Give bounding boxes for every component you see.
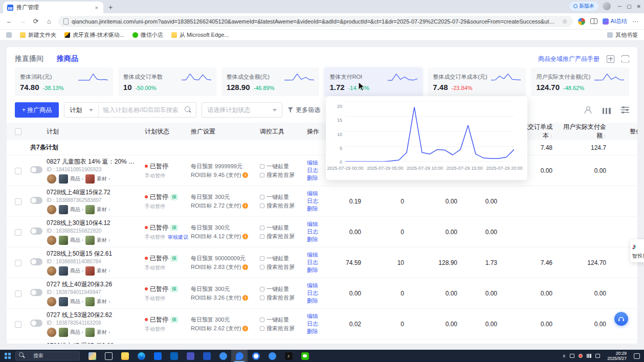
action-link[interactable]: 编辑	[307, 190, 332, 197]
sort-icon[interactable]: ↕	[604, 133, 606, 139]
taskbar-file-explorer-icon[interactable]	[117, 350, 133, 362]
window-close-button[interactable]: ✕	[637, 4, 641, 9]
product-link[interactable]: 商品	[70, 329, 83, 336]
metric-card-gmv[interactable]: 整体成交金额(元) 128.90-46.89%	[221, 67, 320, 96]
select-all-checkbox[interactable]	[15, 128, 21, 135]
row-checkbox[interactable]	[15, 290, 21, 297]
taskbar-app-blue-icon[interactable]	[264, 350, 280, 362]
browser-tab[interactable]: 推广管理 ×	[3, 2, 103, 13]
browser-menu-icon[interactable]: ⋯	[632, 18, 639, 25]
search-first-screen[interactable]: 搜索抢首屏	[267, 232, 295, 241]
action-link[interactable]: 编辑	[307, 251, 332, 259]
action-link[interactable]: 日志	[307, 197, 332, 205]
action-link[interactable]: 日志	[307, 259, 332, 266]
action-link[interactable]: 删除	[307, 297, 332, 305]
row-enable-toggle[interactable]	[30, 289, 42, 296]
start-button[interactable]	[0, 350, 15, 362]
row-checkbox[interactable]	[15, 229, 21, 236]
product-manual-link[interactable]: 商品全域推广产品手册	[538, 55, 599, 63]
taskbar-wechat-icon[interactable]	[297, 350, 313, 362]
plan-name[interactable]: 0728线上48退15保2.72	[47, 188, 138, 197]
action-link[interactable]: 删除	[307, 205, 332, 213]
product-link[interactable]: 商品	[70, 206, 83, 213]
taskbar-edge-icon[interactable]	[133, 350, 149, 362]
new-tab-button[interactable]: +	[105, 2, 116, 12]
metric-card-consume[interactable]: 整体消耗(元) 74.80-38.13%	[15, 67, 113, 96]
refresh-icon[interactable]: ⟳	[32, 17, 40, 25]
bookmark-star-icon[interactable]: ☆	[562, 18, 568, 25]
fullscreen-icon[interactable]	[621, 55, 629, 63]
more-filters-button[interactable]: 更多筛选	[287, 106, 320, 115]
info-icon[interactable]: i	[242, 203, 248, 209]
taskbar-widgets-icon[interactable]	[84, 350, 100, 362]
tray-network-icon[interactable]	[587, 354, 591, 358]
action-link[interactable]: 日志	[307, 320, 332, 328]
plan-search-input[interactable]	[99, 106, 185, 114]
bookmark-item[interactable]: 新建文件夹	[20, 31, 56, 39]
review-suggestion-link[interactable]: 审核建议	[168, 234, 188, 241]
one-key-boost[interactable]: 一键起量	[267, 223, 289, 232]
new-version-badge[interactable]: 新版本	[569, 2, 598, 11]
promote-product-button[interactable]: + 推广商品	[15, 102, 59, 118]
header-user-paid[interactable]: 用户实际支付金额↕	[561, 123, 614, 140]
page-info-icon[interactable]	[63, 18, 69, 25]
action-link[interactable]: 编辑	[307, 282, 332, 289]
row-enable-toggle[interactable]	[30, 166, 42, 173]
info-icon[interactable]: i	[242, 234, 248, 239]
info-icon[interactable]: i	[242, 264, 248, 270]
metric-card-orders[interactable]: 整体成交订单数 10-50.00%	[118, 67, 216, 96]
action-link[interactable]: 删除	[307, 236, 332, 243]
plan-status-select[interactable]: 请选择计划状态	[202, 102, 282, 118]
metric-card-order-cost[interactable]: 整体成交订单成本(元) 7.48-23.84%	[428, 67, 526, 96]
plan-name[interactable]: 0727 线上53退20保2.62	[47, 311, 138, 320]
row-enable-toggle[interactable]	[30, 258, 42, 265]
layout-grid-icon[interactable]	[607, 55, 614, 63]
row-enable-toggle[interactable]	[30, 320, 42, 327]
browser-profile-avatar[interactable]	[603, 2, 611, 10]
search-icon[interactable]	[185, 106, 192, 114]
taskbar-search[interactable]: 搜索	[15, 351, 80, 360]
taskbar-tiktok-icon[interactable]: ♪	[280, 350, 297, 362]
taskbar-word-icon[interactable]	[198, 350, 215, 362]
info-icon[interactable]: i	[242, 172, 248, 178]
one-key-boost[interactable]: 一键起量	[267, 193, 289, 201]
plan-name[interactable]: 0728线上30退10保4.12	[47, 219, 138, 228]
product-link[interactable]: 商品	[70, 267, 83, 275]
bookmark-item[interactable]: 虎牙直播-技术驱动...	[64, 31, 124, 39]
extension-icon[interactable]	[578, 18, 585, 25]
tray-input-icon[interactable]	[595, 354, 600, 358]
taskbar-chat-icon[interactable]	[231, 350, 248, 362]
search-first-screen[interactable]: 搜索抢首屏	[267, 324, 295, 333]
action-link[interactable]: 删除	[307, 328, 332, 335]
plan-name[interactable]: 0726线上45 退25 保3.29	[47, 342, 138, 344]
action-center-icon[interactable]	[634, 353, 640, 359]
url-bar[interactable]: qianchuan.jinritemai.com/uni-prom?aavid=…	[58, 16, 573, 27]
taskbar-task-view-icon[interactable]	[100, 350, 117, 362]
bookmark-item[interactable]: 从 Microsoft Edge...	[171, 31, 229, 39]
hidden-icons-chevron[interactable]: ∧	[563, 353, 566, 358]
material-link[interactable]: 素材	[97, 298, 110, 305]
info-icon[interactable]: i	[242, 295, 248, 301]
taskbar-store-icon[interactable]	[149, 350, 166, 362]
search-first-screen[interactable]: 搜索抢首屏	[267, 263, 295, 272]
material-link[interactable]: 素材	[97, 329, 110, 336]
window-maximize-button[interactable]: ▢	[627, 4, 631, 9]
plan-name[interactable]: 0727 线上40退20保3.26	[47, 280, 138, 289]
product-link[interactable]: 商品	[70, 175, 83, 183]
search-first-screen[interactable]: 搜索抢首屏	[267, 201, 295, 210]
product-link[interactable]: 商品	[70, 237, 83, 244]
material-link[interactable]: 素材	[97, 267, 110, 275]
plan-type-select[interactable]: 计划	[64, 103, 99, 117]
column-chart-icon[interactable]	[603, 108, 611, 114]
taskbar-outlook-icon[interactable]	[166, 350, 182, 362]
action-link[interactable]: 日志	[307, 289, 332, 297]
tab-live-room[interactable]: 推直播间	[15, 54, 43, 63]
action-link[interactable]: 编辑	[307, 312, 332, 320]
transfer-account-icon[interactable]	[584, 106, 592, 114]
metric-card-user-paid[interactable]: 用户实际支付金额(元) 124.70-48.62%	[531, 67, 629, 96]
action-link[interactable]: 编辑	[307, 220, 332, 228]
tab-promote-product[interactable]: 推商品	[57, 54, 78, 63]
ai-summary-button[interactable]: AI总结	[603, 17, 627, 25]
plan-name[interactable]: 0728线上50退15 保2.61	[47, 250, 138, 258]
material-link[interactable]: 素材	[97, 206, 110, 213]
